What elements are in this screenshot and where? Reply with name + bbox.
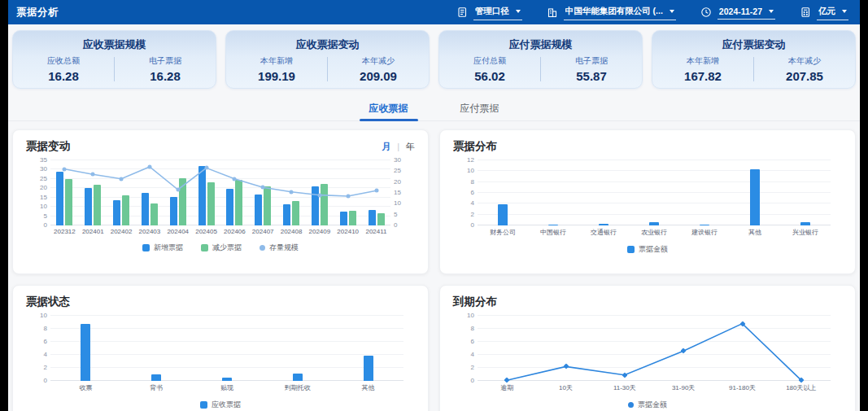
y-axis-right-tick: 5 bbox=[394, 211, 413, 219]
card-title: 应收票据规模 bbox=[13, 37, 216, 52]
panel-bill-change: 票据变动 月 | 年 05101520253035051015202530202… bbox=[12, 129, 429, 274]
x-axis-tick: 其他 bbox=[730, 228, 780, 237]
x-axis-tick: 202405 bbox=[192, 228, 220, 235]
metric-value: 207.85 bbox=[754, 69, 855, 83]
y-axis-tick: 0 bbox=[28, 377, 47, 385]
filter-date-dropdown[interactable]: 2024-11-27 bbox=[700, 5, 775, 20]
filter-date-value: 2024-11-27 bbox=[719, 7, 762, 16]
panel-bill-status: 票据状态 0246810收票背书贴现到期托收其他应收票据 bbox=[12, 285, 429, 411]
plot-area: 0246810 bbox=[50, 316, 403, 381]
legend-line-marker-icon bbox=[260, 245, 265, 251]
filter-caliber-dropdown[interactable]: 管理口径 bbox=[456, 4, 522, 20]
legend-item[interactable]: 票据金额 bbox=[627, 244, 668, 255]
x-axis-tick: 11-30天 bbox=[595, 383, 654, 392]
y-axis-tick: 2 bbox=[455, 364, 474, 372]
toggle-year[interactable]: 年 bbox=[406, 141, 415, 153]
metric-value: 209.09 bbox=[328, 69, 429, 83]
line-point bbox=[147, 165, 151, 169]
legend-line-marker-icon bbox=[628, 402, 634, 408]
y-axis-tick: 25 bbox=[28, 175, 47, 183]
tab-receivable-bills[interactable]: 应收票据 bbox=[366, 96, 412, 120]
toggle-month[interactable]: 月 bbox=[382, 141, 390, 153]
legend-item[interactable]: 减少票据 bbox=[201, 243, 242, 253]
x-axis-tick: 10天 bbox=[536, 383, 595, 392]
chevron-down-icon bbox=[769, 10, 774, 13]
bar bbox=[599, 224, 608, 225]
bar bbox=[81, 324, 90, 381]
legend-item[interactable]: 存量规模 bbox=[260, 243, 299, 253]
clock-icon bbox=[700, 7, 712, 18]
legend-item[interactable]: 新增票据 bbox=[142, 243, 183, 253]
y-axis-tick: 10 bbox=[28, 203, 47, 211]
y-axis-tick: 4 bbox=[28, 351, 47, 359]
line-point bbox=[120, 177, 124, 181]
bar-group bbox=[333, 316, 403, 381]
chevron-down-icon bbox=[842, 10, 847, 13]
plot-area: 024681012 bbox=[478, 160, 831, 225]
bar bbox=[151, 374, 161, 381]
legend-label: 应收票据 bbox=[212, 400, 241, 410]
x-axis-tick: 202406 bbox=[220, 228, 249, 235]
bar bbox=[548, 225, 558, 225]
x-axis-tick: 农业银行 bbox=[629, 228, 679, 237]
x-axis: 逾期10天11-30天31-90天91-180天180天以上 bbox=[478, 383, 831, 392]
metric-value: 16.28 bbox=[13, 69, 114, 83]
y-axis-tick: 8 bbox=[455, 178, 474, 186]
y-axis-tick: 5 bbox=[28, 212, 47, 221]
dashboard: 票据分析 管理口径 bbox=[8, 0, 860, 411]
x-axis-tick: 202402 bbox=[107, 228, 136, 235]
x-axis-tick: 31-90天 bbox=[654, 383, 713, 392]
y-axis-tick: 4 bbox=[455, 199, 474, 208]
filter-unit-dropdown[interactable]: 亿元 bbox=[800, 4, 848, 20]
metric-value: 55.87 bbox=[541, 69, 642, 83]
bar-group bbox=[262, 316, 333, 381]
line-point bbox=[374, 189, 378, 193]
x-axis-tick: 财务公司 bbox=[478, 228, 528, 237]
y-axis-tick: 12 bbox=[455, 156, 474, 164]
line-point bbox=[204, 166, 208, 170]
filter-company-dropdown[interactable]: 中国华能集团有限公司 (... bbox=[547, 4, 676, 20]
filter-caliber-value: 管理口径 bbox=[475, 6, 509, 17]
legend-item[interactable]: 票据金额 bbox=[628, 400, 667, 410]
metric-label: 本年减少 bbox=[754, 55, 855, 67]
legend-label: 存量规模 bbox=[269, 243, 299, 253]
x-axis: 2023122024012024022024032024042024052024… bbox=[50, 228, 390, 235]
x-axis: 财务公司中国银行交通银行农业银行建设银行其他兴业银行 bbox=[478, 228, 831, 237]
ledger-icon bbox=[456, 7, 468, 18]
bar bbox=[649, 222, 659, 225]
x-axis-tick: 背书 bbox=[121, 383, 192, 392]
metric-value: 56.02 bbox=[439, 69, 540, 83]
filter-company-value: 中国华能集团有限公司 (... bbox=[565, 6, 663, 17]
top-bar: 票据分析 管理口径 bbox=[8, 0, 860, 24]
card-title: 应付票据规模 bbox=[439, 37, 642, 52]
maturity-distribution-chart: 0246810逾期10天11-30天31-90天91-180天180天以上票据金… bbox=[453, 316, 842, 410]
bars bbox=[50, 316, 403, 381]
y-axis-tick: 2 bbox=[28, 364, 47, 372]
page-title: 票据分析 bbox=[16, 6, 59, 20]
x-axis-tick: 收票 bbox=[50, 383, 121, 392]
panel-title: 票据分布 bbox=[453, 139, 497, 154]
line-point bbox=[346, 195, 350, 199]
y-axis-tick: 6 bbox=[28, 338, 47, 346]
bill-change-chart: 0510152025303505101520253020231220240120… bbox=[26, 160, 415, 253]
plot-area: 05101520253035051015202530 bbox=[50, 160, 390, 225]
y-axis-right-tick: 30 bbox=[394, 156, 413, 164]
x-axis-tick: 建设银行 bbox=[679, 228, 730, 237]
legend-label: 票据金额 bbox=[638, 400, 667, 410]
y-axis-tick: 30 bbox=[28, 165, 47, 173]
legend: 票据金额 bbox=[453, 244, 842, 255]
legend-label: 新增票据 bbox=[154, 243, 183, 253]
panel-title: 到期分布 bbox=[453, 295, 497, 309]
legend-bar-marker-icon bbox=[201, 244, 208, 251]
bar bbox=[700, 225, 709, 225]
bill-type-tabs: 应收票据 应付票据 bbox=[8, 96, 860, 121]
metric-value: 167.82 bbox=[652, 69, 753, 83]
card-receivable-change: 应收票据变动 本年新增 199.19 本年减少 209.09 bbox=[225, 30, 430, 89]
legend-item[interactable]: 应收票据 bbox=[200, 400, 241, 410]
card-title: 应收票据变动 bbox=[226, 37, 429, 52]
panel-bill-distribution: 票据分布 024681012财务公司中国银行交通银行农业银行建设银行其他兴业银行… bbox=[439, 129, 856, 274]
tab-payable-bills[interactable]: 应付票据 bbox=[457, 96, 503, 120]
filter-bar: 管理口径 中国华能集团有限公司 (... bbox=[456, 4, 848, 20]
line-series bbox=[478, 316, 831, 381]
bar bbox=[750, 169, 760, 225]
